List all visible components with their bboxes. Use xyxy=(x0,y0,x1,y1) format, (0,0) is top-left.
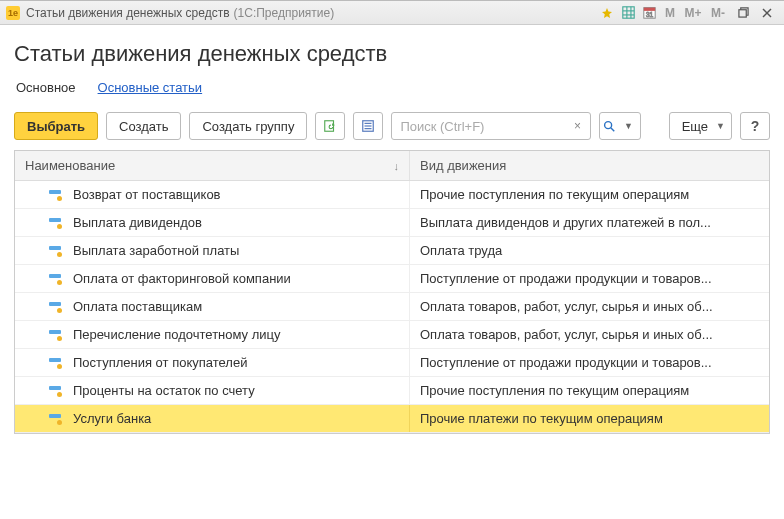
item-icon xyxy=(49,273,63,285)
item-icon xyxy=(49,217,63,229)
cell-name: Оплата от факторинговой компании xyxy=(15,265,410,292)
grid-icon[interactable] xyxy=(618,4,638,22)
window-title: Статьи движения денежных средств xyxy=(26,6,230,20)
item-icon xyxy=(49,301,63,313)
cell-kind-text: Оплата товаров, работ, услуг, сырья и ин… xyxy=(420,299,713,314)
item-icon xyxy=(49,329,63,341)
table-row[interactable]: Оплата от факторинговой компанииПоступле… xyxy=(15,265,769,293)
tabs: Основное Основные статьи xyxy=(14,77,770,98)
table-row[interactable]: Возврат от поставщиковПрочие поступления… xyxy=(15,181,769,209)
caret-down-icon: ▼ xyxy=(716,121,725,131)
help-button[interactable]: ? xyxy=(740,112,770,140)
titlebar: 1e Статьи движения денежных средств (1С:… xyxy=(0,1,784,25)
cell-kind: Прочие поступления по текущим операциям xyxy=(410,377,769,404)
table-body: Возврат от поставщиковПрочие поступления… xyxy=(15,181,769,433)
column-header-kind-label: Вид движения xyxy=(420,158,506,173)
item-icon xyxy=(49,385,63,397)
cell-name-text: Проценты на остаток по счету xyxy=(73,383,255,398)
cell-name: Выплата заработной платы xyxy=(15,237,410,264)
tab-main[interactable]: Основное xyxy=(14,77,78,98)
cell-kind: Прочие платежи по текущим операциям xyxy=(410,405,769,432)
cell-kind: Оплата товаров, работ, услуг, сырья и ин… xyxy=(410,321,769,348)
cell-kind-text: Выплата дивидендов и других платежей в п… xyxy=(420,215,711,230)
sort-indicator-icon: ↓ xyxy=(394,160,400,172)
table-row[interactable]: Выплата дивидендовВыплата дивидендов и д… xyxy=(15,209,769,237)
toolbar: Выбрать Создать Создать группу × ▼ Еще ▼ xyxy=(14,112,770,140)
table: Наименование ↓ Вид движения Возврат от п… xyxy=(14,150,770,434)
cell-kind: Выплата дивидендов и других платежей в п… xyxy=(410,209,769,236)
cell-name-text: Оплата от факторинговой компании xyxy=(73,271,291,286)
table-header: Наименование ↓ Вид движения xyxy=(15,151,769,181)
create-group-button[interactable]: Создать группу xyxy=(189,112,307,140)
item-icon xyxy=(49,357,63,369)
item-icon xyxy=(49,413,63,425)
window-restore-button[interactable] xyxy=(732,4,754,22)
cell-name: Перечисление подочтетному лицу xyxy=(15,321,410,348)
item-icon xyxy=(49,189,63,201)
cell-kind: Прочие поступления по текущим операциям xyxy=(410,181,769,208)
search-options-button[interactable]: ▼ xyxy=(599,112,641,140)
cell-name: Услуги банка xyxy=(15,405,410,432)
search-clear-button[interactable]: × xyxy=(567,116,587,136)
list-view-button[interactable] xyxy=(353,112,383,140)
column-header-name[interactable]: Наименование ↓ xyxy=(15,151,410,180)
cell-name: Выплата дивидендов xyxy=(15,209,410,236)
caret-down-icon: ▼ xyxy=(624,121,633,131)
table-row[interactable]: Поступления от покупателейПоступление от… xyxy=(15,349,769,377)
cell-name-text: Поступления от покупателей xyxy=(73,355,247,370)
window-title-suffix: (1С:Предприятие) xyxy=(234,6,335,20)
cell-name-text: Перечисление подочтетному лицу xyxy=(73,327,280,342)
svg-text:31: 31 xyxy=(645,11,653,18)
favorite-icon[interactable] xyxy=(597,4,617,22)
cell-kind: Оплата труда xyxy=(410,237,769,264)
table-row[interactable]: Услуги банкаПрочие платежи по текущим оп… xyxy=(15,405,769,433)
more-button-label: Еще xyxy=(682,119,708,134)
search-input[interactable] xyxy=(391,112,591,140)
cell-kind-text: Поступление от продажи продукции и товар… xyxy=(420,271,712,286)
refresh-list-button[interactable] xyxy=(315,112,345,140)
svg-line-17 xyxy=(611,128,615,132)
memory-m-button[interactable]: M xyxy=(660,4,680,22)
cell-name: Проценты на остаток по счету xyxy=(15,377,410,404)
table-row[interactable]: Проценты на остаток по счетуПрочие посту… xyxy=(15,377,769,405)
cell-name-text: Выплата заработной платы xyxy=(73,243,239,258)
cell-name-text: Услуги банка xyxy=(73,411,151,426)
svg-rect-8 xyxy=(738,10,745,17)
cell-name: Возврат от поставщиков xyxy=(15,181,410,208)
memory-mplus-button[interactable]: M+ xyxy=(681,4,705,22)
cell-name: Поступления от покупателей xyxy=(15,349,410,376)
create-button[interactable]: Создать xyxy=(106,112,181,140)
table-row[interactable]: Оплата поставщикамОплата товаров, работ,… xyxy=(15,293,769,321)
cell-kind-text: Прочие платежи по текущим операциям xyxy=(420,411,663,426)
cell-kind-text: Поступление от продажи продукции и товар… xyxy=(420,355,712,370)
memory-mminus-button[interactable]: M- xyxy=(706,4,730,22)
cell-kind-text: Оплата товаров, работ, услуг, сырья и ин… xyxy=(420,327,713,342)
cell-name-text: Выплата дивидендов xyxy=(73,215,202,230)
table-row[interactable]: Выплата заработной платыОплата труда xyxy=(15,237,769,265)
more-button[interactable]: Еще ▼ xyxy=(669,112,732,140)
cell-name-text: Возврат от поставщиков xyxy=(73,187,221,202)
app-icon: 1e xyxy=(6,6,20,20)
column-header-name-label: Наименование xyxy=(25,158,115,173)
tab-main-items[interactable]: Основные статьи xyxy=(96,77,205,98)
cell-name-text: Оплата поставщикам xyxy=(73,299,202,314)
cell-kind-text: Прочие поступления по текущим операциям xyxy=(420,187,689,202)
cell-kind: Поступление от продажи продукции и товар… xyxy=(410,349,769,376)
select-button[interactable]: Выбрать xyxy=(14,112,98,140)
window-close-button[interactable] xyxy=(756,4,778,22)
svg-rect-0 xyxy=(622,7,633,18)
search-wrap: × xyxy=(391,112,591,140)
svg-rect-5 xyxy=(643,8,654,19)
cell-kind: Поступление от продажи продукции и товар… xyxy=(410,265,769,292)
svg-point-16 xyxy=(605,122,612,129)
page-title: Статьи движения денежных средств xyxy=(14,41,770,67)
cell-kind-text: Прочие поступления по текущим операциям xyxy=(420,383,689,398)
cell-kind: Оплата товаров, работ, услуг, сырья и ин… xyxy=(410,293,769,320)
cell-kind-text: Оплата труда xyxy=(420,243,502,258)
item-icon xyxy=(49,245,63,257)
column-header-kind[interactable]: Вид движения xyxy=(410,151,769,180)
table-row[interactable]: Перечисление подочтетному лицуОплата тов… xyxy=(15,321,769,349)
svg-rect-6 xyxy=(643,8,654,11)
cell-name: Оплата поставщикам xyxy=(15,293,410,320)
calendar-icon[interactable]: 31 xyxy=(639,4,659,22)
